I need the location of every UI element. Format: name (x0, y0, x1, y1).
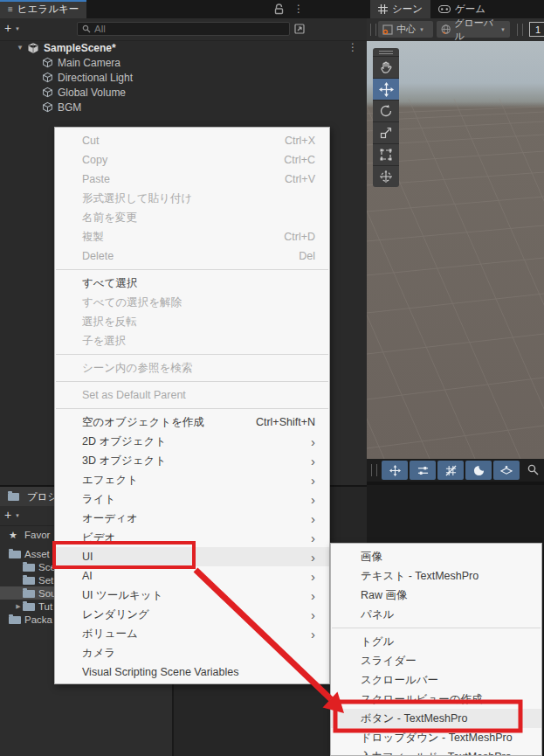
menu-item[interactable]: 入力フィールド - TextMeshPro (331, 747, 541, 756)
menu-item[interactable]: 名前を変更 (55, 208, 329, 227)
grid-off-icon (445, 465, 457, 476)
menu-item[interactable]: Paste Ctrl+V (55, 170, 329, 189)
tool-scale-button[interactable] (373, 121, 399, 143)
menu-item-submenu[interactable]: レンダリング › (55, 605, 329, 624)
menu-item-submenu[interactable]: エフェクト › (55, 470, 329, 489)
menu-item-label: ボリューム (82, 627, 138, 642)
menu-item[interactable]: ボタン - TextMeshPro (331, 709, 541, 728)
menu-item-label: すべて選択 (82, 276, 137, 291)
scene-row-kebab-icon[interactable]: ⋮ (348, 42, 358, 52)
menu-item[interactable]: スクロールビューの作成 (331, 690, 541, 709)
hierarchy-kebab-menu-icon[interactable]: ⋮ (293, 3, 304, 14)
hierarchy-scene-row[interactable]: ▼ SampleScene* ⋮ (0, 40, 367, 55)
hierarchy-tab-label: ヒエラルキー (17, 3, 79, 16)
menu-item[interactable]: パネル (331, 605, 541, 624)
menu-item-shortcut: › (311, 512, 315, 525)
project-item-label: Sce (38, 562, 56, 572)
tool-strip-drag-handle[interactable] (373, 48, 399, 56)
menu-item[interactable]: Copy Ctrl+C (55, 150, 329, 170)
lock-icon[interactable] (274, 3, 284, 15)
menu-item[interactable]: Visual Scripting Scene Variables (55, 662, 329, 682)
project-add-caret-icon[interactable]: ▼ (15, 513, 20, 518)
menu-item[interactable]: 選択を反転 (55, 312, 329, 331)
overlay-grid-button[interactable] (437, 461, 464, 480)
menu-separator (56, 381, 328, 382)
menu-item-label: ドロップダウン - TextMeshPro (361, 731, 513, 746)
menu-item[interactable]: 空のオブジェクトを作成 Ctrl+Shift+N (55, 413, 329, 432)
menu-item-shortcut: Ctrl+X (285, 135, 315, 147)
tool-hand-button[interactable] (373, 56, 399, 78)
tab-scene[interactable]: シーン (370, 0, 430, 18)
project-add-button[interactable]: + (4, 509, 11, 521)
moon-icon (473, 465, 485, 476)
menu-item[interactable]: テキスト - TextMeshPro (331, 566, 541, 586)
hierarchy-toolbar: + ▼ All (0, 18, 367, 41)
menu-item-submenu[interactable]: ボリューム › (55, 624, 329, 643)
menu-item[interactable]: 形式選択して貼り付け (55, 189, 329, 208)
orientation-button[interactable]: グローバル ▼ (437, 21, 510, 38)
menu-item[interactable]: スクロールバー (331, 670, 541, 690)
tab-hierarchy[interactable]: ≡ ヒエラルキー (0, 0, 86, 18)
move-icon (379, 82, 394, 97)
menu-item[interactable]: 画像 (331, 547, 541, 566)
menu-item[interactable]: Delete Del (55, 246, 329, 266)
menu-item-submenu[interactable]: UI › (55, 547, 329, 566)
menu-item-submenu[interactable]: ビデオ › (55, 528, 329, 547)
tool-rotate-button[interactable] (373, 100, 399, 121)
grid-size-field[interactable]: 1 (529, 22, 544, 37)
scene-search-icon[interactable] (527, 464, 539, 475)
toolbar-drag-handle[interactable] (370, 24, 376, 36)
menu-item[interactable]: 子を選択 (55, 331, 329, 350)
menu-item[interactable]: ドロップダウン - TextMeshPro (331, 728, 541, 747)
menu-item-shortcut: Ctrl+V (285, 173, 315, 185)
unity-editor-window: ≡ ヒエラルキー ⋮ + ▼ All ▼ SampleScene* (0, 0, 544, 756)
overlay-visibility-button[interactable] (493, 461, 520, 480)
add-object-button[interactable]: + (4, 22, 11, 34)
menu-item-submenu[interactable]: AI › (55, 566, 329, 586)
menu-item[interactable]: カメラ (55, 643, 329, 662)
overlay-view-options-button[interactable] (410, 461, 436, 480)
search-input[interactable]: All (77, 22, 290, 36)
hierarchy-item[interactable]: Main Camera (0, 55, 367, 70)
tool-transform-button[interactable] (373, 165, 399, 187)
project-item-label: Asset (24, 549, 50, 559)
menu-item-submenu[interactable]: 2D オブジェクト › (55, 432, 329, 451)
search-window-icon[interactable] (294, 24, 305, 34)
menu-item[interactable]: すべての選択を解除 (55, 293, 329, 312)
toolbar-drag-handle-2[interactable] (517, 24, 523, 36)
hierarchy-item-label: Directional Light (58, 72, 133, 84)
project-tab-icon (8, 493, 19, 501)
menu-item[interactable]: Raw 画像 (331, 586, 541, 605)
menu-item-shortcut: › (311, 474, 315, 487)
menu-item[interactable]: Cut Ctrl+X (55, 131, 329, 150)
menu-item-shortcut: › (311, 608, 315, 621)
sliders-icon (417, 465, 429, 476)
tool-rect-button[interactable] (373, 143, 399, 165)
pivot-mode-button[interactable]: 中心 ▼ (378, 21, 433, 38)
add-object-caret-icon[interactable]: ▼ (15, 26, 20, 31)
hierarchy-item[interactable]: Directional Light (0, 70, 367, 85)
hierarchy-item[interactable]: BGM (0, 100, 367, 114)
menu-item-submenu[interactable]: UI ツールキット › (55, 586, 329, 605)
folder-icon (23, 564, 35, 572)
cube-icon (42, 87, 53, 98)
overlay-drag-handle[interactable] (371, 464, 377, 476)
menu-item[interactable]: Set as Default Parent (55, 385, 329, 405)
menu-item[interactable]: 複製 Ctrl+D (55, 227, 329, 246)
menu-item-submenu[interactable]: ライト › (55, 489, 329, 509)
scene-tool-strip (373, 48, 399, 187)
menu-item[interactable]: すべて選択 (55, 274, 329, 293)
expander-icon[interactable]: ▼ (16, 44, 24, 52)
menu-item[interactable]: シーン内の参照を検索 (55, 358, 329, 378)
overlay-lighting-button[interactable] (465, 461, 492, 480)
menu-item[interactable]: トグル (331, 632, 541, 651)
menu-item-submenu[interactable]: オーディオ › (55, 509, 329, 528)
overlay-tools-button[interactable] (382, 461, 408, 480)
menu-item-submenu[interactable]: 3D オブジェクト › (55, 451, 329, 470)
menu-item-label: シーン内の参照を検索 (82, 361, 192, 376)
tool-move-button[interactable] (373, 78, 399, 100)
menu-item[interactable]: スライダー (331, 651, 541, 670)
expander-icon[interactable]: ▶ (14, 603, 23, 610)
hierarchy-item[interactable]: Global Volume (0, 85, 367, 100)
pivot-icon (382, 24, 393, 35)
